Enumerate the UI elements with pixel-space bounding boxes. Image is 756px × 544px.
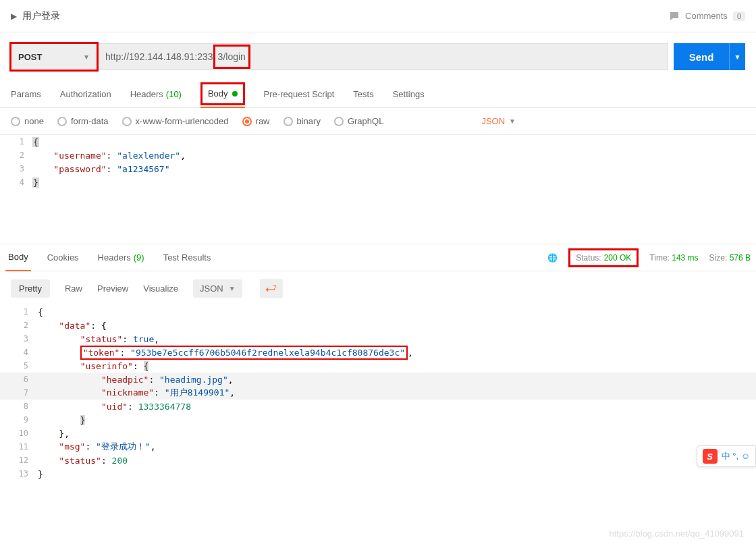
view-preview[interactable]: Preview [97, 283, 128, 294]
caret-down-icon: ▼ [83, 53, 90, 61]
tab-body[interactable]: Body [200, 81, 245, 108]
radio-binary[interactable]: binary [284, 116, 321, 126]
view-raw[interactable]: Raw [65, 283, 82, 294]
highlight-box: Body [200, 82, 245, 105]
method-select[interactable]: POST ▼ [11, 43, 97, 70]
tab-tests[interactable]: Tests [353, 81, 373, 108]
view-pretty[interactable]: Pretty [11, 279, 50, 298]
status-value: 200 OK [604, 253, 632, 263]
radio-none[interactable]: none [11, 116, 44, 126]
status-label: Status: [576, 253, 601, 263]
request-bar: POST ▼ http://192.144.148.91:2333/login … [0, 32, 756, 81]
send-button[interactable]: Send [674, 43, 729, 70]
response-view-controls: Pretty Raw Preview Visualize JSON▼ ⮐ [0, 271, 756, 305]
radio-raw[interactable]: raw [242, 116, 270, 126]
comments-label: Comments [685, 11, 728, 21]
ime-status: 中 °, ☺ [722, 450, 750, 462]
method-value: POST [18, 52, 42, 62]
time-label: Time: [649, 253, 670, 263]
radio-icon [122, 117, 132, 126]
radio-formdata[interactable]: form-data [57, 116, 109, 126]
highlight-box: 3/login [213, 45, 250, 69]
request-title: 用户登录 [22, 10, 669, 22]
globe-icon[interactable]: 🌐 [547, 253, 558, 263]
wrap-lines-icon[interactable]: ⮐ [260, 279, 283, 298]
tab-headers[interactable]: Headers(10) [130, 81, 182, 108]
size-value: 576 B [730, 253, 751, 263]
response-meta: 🌐 Status: 200 OK Time: 143 ms Size: 576 … [547, 248, 751, 267]
caret-down-icon: ▼ [509, 117, 516, 125]
body-format-select[interactable]: JSON▼ [481, 116, 516, 126]
request-body-editor[interactable]: 1{ 2 "username": "alexlender", 3 "passwo… [0, 135, 756, 244]
url-prefix: http://192.144.148.91:233 [105, 51, 213, 62]
request-header: ▶ 用户登录 Comments 0 [0, 0, 756, 32]
rtab-body[interactable]: Body [5, 244, 31, 271]
size-label: Size: [709, 253, 728, 263]
send-dropdown[interactable]: ▼ [729, 43, 745, 70]
radio-icon [334, 117, 344, 126]
rtab-headers[interactable]: Headers(9) [95, 244, 147, 271]
time-value: 143 ms [672, 253, 698, 263]
highlight-box: Status: 200 OK [568, 248, 639, 267]
caret-down-icon: ▼ [229, 285, 236, 292]
comments-count: 0 [733, 11, 745, 21]
comments-button[interactable]: Comments 0 [669, 11, 745, 22]
tab-authorization[interactable]: Authorization [60, 81, 111, 108]
body-type-row: none form-data x-www-form-urlencoded raw… [0, 108, 756, 135]
highlight-box: "token": "953be7e5ccff6706b5046f2rednelx… [80, 346, 408, 360]
radio-icon [284, 117, 293, 126]
request-tabs: Params Authorization Headers(10) Body Pr… [0, 81, 756, 108]
tab-settings[interactable]: Settings [393, 81, 425, 108]
response-type-select[interactable]: JSON▼ [193, 279, 242, 298]
tab-params[interactable]: Params [11, 81, 41, 108]
radio-graphql[interactable]: GraphQL [334, 116, 383, 126]
caret-down-icon: ▼ [734, 53, 741, 61]
radio-icon [57, 117, 67, 126]
watermark: https://blog.csdn.net/qq_41099091 [610, 528, 745, 539]
view-visualize[interactable]: Visualize [143, 283, 178, 294]
collapse-icon[interactable]: ▶ [11, 11, 17, 21]
tab-prerequest[interactable]: Pre-request Script [264, 81, 335, 108]
radio-icon [242, 117, 252, 126]
ime-toolbar[interactable]: S 中 °, ☺ [697, 445, 756, 467]
comment-icon [669, 11, 680, 22]
modified-dot-icon [232, 91, 238, 97]
response-body-editor[interactable]: 1{ 2 "data": { 3 "status": true, 4 "toke… [0, 305, 756, 481]
radio-icon [11, 117, 20, 126]
url-input[interactable]: http://192.144.148.91:2333/login [97, 43, 668, 70]
sogou-icon: S [703, 449, 718, 464]
response-tabs: Body Cookies Headers(9) Test Results 🌐 S… [0, 244, 756, 271]
rtab-cookies[interactable]: Cookies [45, 244, 82, 271]
radio-xwww[interactable]: x-www-form-urlencoded [122, 116, 229, 126]
rtab-tests[interactable]: Test Results [161, 244, 214, 271]
